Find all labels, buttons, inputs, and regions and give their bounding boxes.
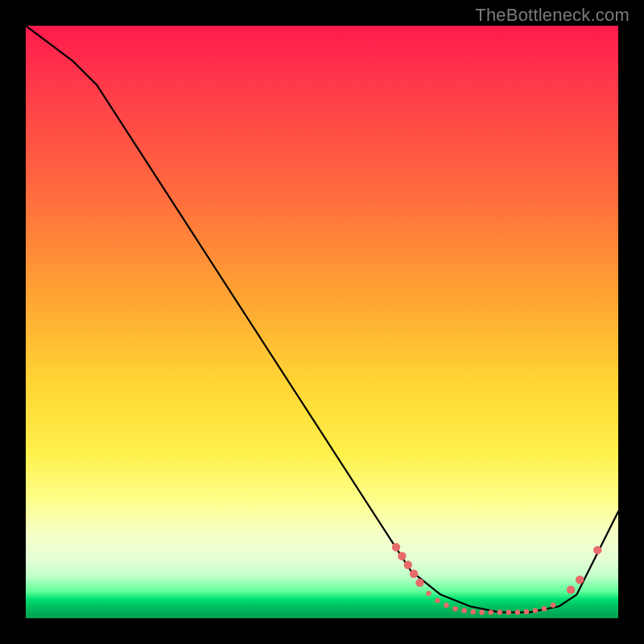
highlight-dot (506, 609, 511, 614)
highlight-dots (392, 543, 602, 614)
highlight-dot (524, 609, 529, 614)
highlight-dot (461, 608, 466, 613)
chart-svg (26, 26, 618, 618)
highlight-dot (398, 552, 406, 560)
highlight-dot (489, 609, 493, 614)
highlight-dot (497, 609, 502, 614)
highlight-dot (444, 603, 448, 608)
highlight-dot (533, 608, 538, 613)
highlight-dot (470, 609, 475, 614)
chart-stage: TheBottleneck.com (0, 0, 644, 644)
highlight-dot (410, 570, 418, 578)
highlight-dot (593, 546, 601, 554)
highlight-dot (567, 585, 575, 593)
highlight-dot (392, 543, 400, 551)
highlight-dot (426, 591, 431, 596)
highlight-dot (542, 606, 547, 611)
highlight-dot (404, 561, 412, 569)
watermark-text: TheBottleneck.com (475, 5, 630, 26)
highlight-dot (551, 603, 555, 608)
highlight-dot (415, 579, 423, 587)
plot-area (26, 26, 618, 618)
curve-line (26, 26, 618, 613)
highlight-dot (435, 598, 440, 603)
highlight-dot (452, 606, 457, 611)
highlight-dot (576, 576, 584, 584)
highlight-dot (480, 609, 485, 614)
highlight-dot (515, 609, 520, 614)
